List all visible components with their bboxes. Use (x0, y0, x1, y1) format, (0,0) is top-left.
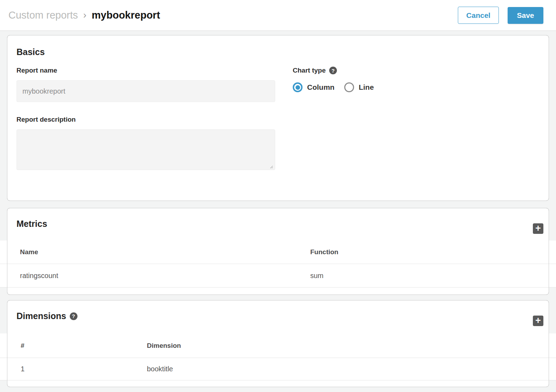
dimensions-table: # Dimension 1 booktitle (0, 333, 556, 380)
basics-left-column: Report name Report description (16, 67, 275, 171)
table-row[interactable]: ratingscount sum (0, 264, 556, 288)
chevron-right-icon: › (83, 9, 86, 21)
dimensions-card-footer (16, 380, 540, 387)
report-description-block: Report description (16, 116, 275, 171)
dimensions-help-icon[interactable]: ? (70, 312, 77, 320)
chart-type-options: Column Line (293, 82, 540, 92)
report-name-input[interactable] (16, 80, 275, 102)
dimensions-card-header: Dimensions ? + (16, 300, 540, 333)
dimensions-column-index: # (0, 342, 147, 350)
dimensions-column-dimension: Dimension (147, 342, 556, 350)
radio-selected-icon[interactable] (293, 82, 303, 92)
basics-right-column: Chart type ? Column Line (293, 67, 540, 171)
breadcrumb: Custom reports › mybookreport (8, 9, 160, 21)
page-content: Basics Report name Report description (0, 31, 556, 387)
page-title: mybookreport (92, 9, 160, 21)
basics-form: Report name Report description Chart typ… (16, 67, 540, 171)
chart-type-help-icon[interactable]: ? (329, 67, 337, 74)
chart-type-option-column[interactable]: Column (293, 82, 334, 92)
add-dimension-button[interactable]: + (533, 316, 543, 326)
chart-type-label-row: Chart type ? (293, 67, 540, 74)
metrics-title: Metrics (16, 219, 540, 229)
breadcrumb-parent-link[interactable]: Custom reports (8, 9, 78, 21)
table-row[interactable]: 1 booktitle (0, 358, 556, 380)
metrics-card-header: Metrics + (16, 208, 540, 241)
topbar-actions: Cancel Save (458, 7, 543, 24)
metrics-card: Metrics + Name Function ratingscount sum (7, 208, 549, 295)
basics-title: Basics (16, 47, 540, 57)
add-metric-button[interactable]: + (533, 223, 543, 234)
dimension-index-cell[interactable]: 1 (0, 365, 147, 373)
resize-handle-icon[interactable] (269, 164, 273, 169)
radio-line-label: Line (359, 83, 374, 92)
report-name-label: Report name (16, 67, 275, 74)
radio-unselected-icon[interactable] (344, 82, 354, 92)
metrics-column-name: Name (0, 248, 310, 256)
dimension-name-cell[interactable]: booktitle (147, 365, 556, 373)
metrics-table: Name Function ratingscount sum (0, 241, 556, 288)
chart-type-option-line[interactable]: Line (344, 82, 374, 92)
dimensions-table-header: # Dimension (0, 333, 556, 358)
basics-card: Basics Report name Report description (7, 35, 549, 201)
radio-column-label: Column (307, 83, 334, 92)
metric-function-cell[interactable]: sum (310, 272, 556, 280)
topbar: Custom reports › mybookreport Cancel Sav… (0, 0, 556, 31)
metrics-column-function: Function (310, 248, 556, 256)
chart-type-label: Chart type (293, 67, 326, 74)
metric-name-cell[interactable]: ratingscount (0, 272, 310, 280)
dimensions-card: Dimensions ? + # Dimension 1 booktitle (7, 300, 549, 387)
dimensions-title-row: Dimensions ? (16, 311, 540, 321)
save-button[interactable]: Save (508, 7, 543, 24)
report-description-label: Report description (16, 116, 275, 123)
cancel-button[interactable]: Cancel (458, 7, 499, 24)
dimensions-title: Dimensions (16, 311, 66, 321)
metrics-card-footer (16, 288, 540, 295)
metrics-table-header: Name Function (0, 241, 556, 264)
report-description-textarea[interactable] (16, 129, 275, 170)
